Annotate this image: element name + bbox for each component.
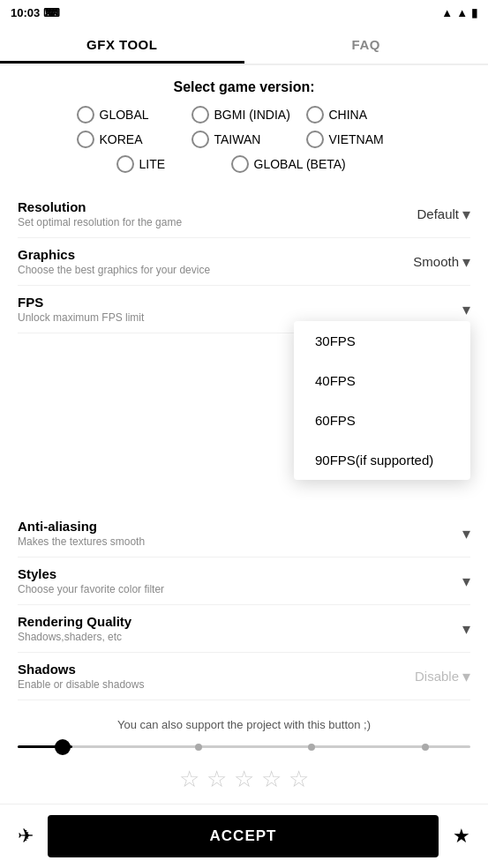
fps-arrow: ▾ [462, 300, 470, 319]
graphics-left: Graphics Choose the best graphics for yo… [18, 247, 210, 276]
fps-option-40[interactable]: 40FPS [294, 361, 470, 400]
shadows-value: Disable [415, 669, 459, 684]
resolution-desc: Set optimal resolution for the game [18, 216, 182, 228]
antialiasing-dropdown[interactable]: ▾ [391, 524, 470, 543]
resolution-left: Resolution Set optimal resolution for th… [18, 199, 182, 228]
fps-dropdown-menu: 30FPS 40FPS 60FPS 90FPS(if supported) [294, 321, 470, 480]
antialiasing-desc: Makes the textures smooth [18, 535, 145, 548]
radio-globalbeta-label: GLOBAL (BETA) [254, 157, 346, 171]
stars-container: ☆ ☆ ☆ ☆ ☆ [18, 766, 470, 793]
game-version-options: GLOBAL BGMI (INDIA) CHINA KOREA TAIWAN [18, 106, 470, 173]
fps-desc: Unlock maximum FPS limit [18, 311, 144, 324]
radio-global-circle [77, 106, 94, 123]
shadows-desc: Enable or disable shadows [18, 678, 144, 691]
fps-option-30[interactable]: 30FPS [294, 321, 470, 361]
styles-left: Styles Choose your favorite color filter [18, 566, 164, 595]
radio-lite-label: LITE [139, 157, 166, 171]
styles-name: Styles [18, 566, 164, 581]
radio-korea-label: KOREA [100, 132, 143, 146]
star-1[interactable]: ☆ [179, 766, 199, 793]
accept-button[interactable]: ACCEPT [48, 815, 439, 857]
tab-faq[interactable]: FAQ [244, 25, 489, 64]
antialiasing-row: Anti-aliasing Makes the textures smooth … [18, 510, 470, 557]
star-2[interactable]: ☆ [206, 766, 227, 793]
status-bar: 10:03 ⌨ ▲ ▲ ▮ [0, 0, 488, 25]
radio-bgmi-circle [191, 106, 209, 123]
radio-korea-circle [77, 131, 94, 148]
slider-dot-2 [308, 744, 315, 751]
resolution-name: Resolution [18, 199, 182, 214]
radio-taiwan-label: TAIWAN [214, 132, 261, 146]
radio-globalbeta-circle [231, 155, 249, 173]
radio-china[interactable]: CHINA [306, 106, 412, 123]
star-4[interactable]: ☆ [261, 766, 282, 793]
radio-row-1: GLOBAL BGMI (INDIA) CHINA [18, 106, 470, 123]
shadows-left: Shadows Enable or disable shadows [18, 662, 144, 691]
slider-track[interactable] [18, 745, 470, 748]
rendering-desc: Shadows,shaders, etc [18, 631, 131, 643]
radio-china-label: CHINA [329, 108, 368, 122]
rendering-dropdown[interactable]: ▾ [391, 619, 470, 639]
graphics-dropdown[interactable]: Smooth ▾ [391, 252, 470, 272]
radio-vietnam-circle [306, 131, 324, 148]
fps-dropdown-trigger[interactable]: ▾ [391, 300, 470, 319]
share-icon[interactable]: ✈ [18, 825, 34, 848]
resolution-dropdown[interactable]: Default ▾ [391, 205, 470, 224]
resolution-arrow: ▾ [462, 205, 470, 224]
tab-bar: GFX TOOL FAQ [0, 25, 488, 65]
radio-china-circle [306, 106, 324, 123]
graphics-arrow: ▾ [462, 252, 470, 272]
fps-option-90[interactable]: 90FPS(if supported) [294, 440, 470, 480]
star-5[interactable]: ☆ [289, 766, 309, 793]
slider-dot-1 [195, 744, 202, 751]
radio-korea[interactable]: KOREA [77, 131, 183, 148]
radio-taiwan-circle [191, 131, 209, 148]
radio-global-label: GLOBAL [100, 108, 149, 122]
radio-bgmi-label: BGMI (INDIA) [214, 108, 290, 122]
resolution-value: Default [417, 206, 459, 221]
antialiasing-name: Anti-aliasing [18, 519, 145, 534]
fps-name: FPS [18, 295, 144, 310]
styles-desc: Choose your favorite color filter [18, 583, 164, 595]
radio-vietnam-label: VIETNAM [329, 132, 384, 146]
resolution-row: Resolution Set optimal resolution for th… [18, 191, 470, 238]
fps-left: FPS Unlock maximum FPS limit [18, 295, 144, 324]
status-time: 10:03 ⌨ [11, 6, 60, 19]
graphics-desc: Choose the best graphics for your device [18, 264, 210, 276]
styles-dropdown[interactable]: ▾ [391, 572, 470, 591]
radio-globalbeta[interactable]: GLOBAL (BETA) [231, 155, 372, 173]
radio-bgmi[interactable]: BGMI (INDIA) [191, 106, 297, 123]
graphics-name: Graphics [18, 247, 210, 262]
graphics-row: Graphics Choose the best graphics for yo… [18, 238, 470, 286]
rendering-left: Rendering Quality Shadows,shaders, etc [18, 614, 131, 643]
radio-vietnam[interactable]: VIETNAM [306, 131, 412, 148]
tab-gfx-tool[interactable]: GFX TOOL [0, 25, 244, 64]
radio-row-2: KOREA TAIWAN VIETNAM [18, 131, 470, 148]
signal-icon: ▲ [456, 6, 468, 19]
keyboard-icon: ⌨ [43, 6, 60, 19]
status-icons: ▲ ▲ ▮ [441, 6, 477, 19]
shadows-dropdown[interactable]: Disable ▾ [391, 667, 470, 686]
styles-row: Styles Choose your favorite color filter… [18, 557, 470, 605]
radio-lite-circle [116, 155, 134, 173]
shadows-row: Shadows Enable or disable shadows Disabl… [18, 653, 470, 700]
fps-option-60[interactable]: 60FPS [294, 400, 470, 440]
radio-lite[interactable]: LITE [116, 155, 222, 173]
styles-arrow: ▾ [462, 572, 470, 591]
wifi-icon: ▲ [441, 6, 453, 19]
rendering-arrow: ▾ [462, 619, 470, 639]
slider-container [18, 740, 470, 753]
star-3[interactable]: ☆ [234, 766, 254, 793]
rendering-name: Rendering Quality [18, 614, 131, 629]
radio-taiwan[interactable]: TAIWAN [191, 131, 297, 148]
bookmark-icon[interactable]: ★ [453, 825, 470, 848]
shadows-name: Shadows [18, 662, 144, 677]
antialiasing-left: Anti-aliasing Makes the textures smooth [18, 519, 145, 548]
radio-global[interactable]: GLOBAL [77, 106, 183, 123]
rendering-row: Rendering Quality Shadows,shaders, etc ▾ [18, 605, 470, 653]
bottom-bar: ✈ ACCEPT ★ [0, 804, 488, 868]
radio-row-3: LITE GLOBAL (BETA) [18, 155, 470, 173]
game-version-title: Select game version: [18, 79, 470, 95]
support-text: You can also support the project with th… [18, 718, 470, 731]
slider-thumb[interactable] [55, 739, 71, 755]
